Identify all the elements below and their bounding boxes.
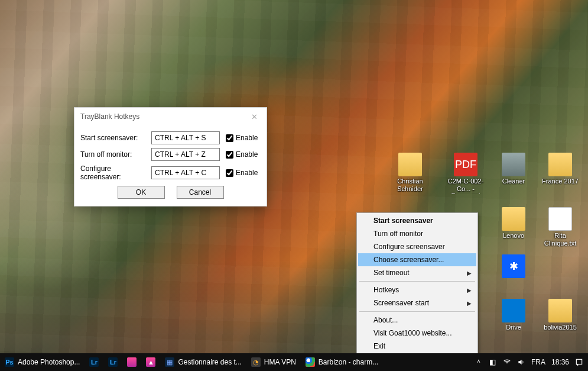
row-label-start: Start screensaver:: [80, 134, 149, 142]
desktop-icon[interactable]: bolivia2015: [538, 299, 583, 331]
desktop-icon-label: C2M-C-002-Co... - Raccourci: [443, 178, 488, 194]
taskbar[interactable]: PsAdobe Photoshop...LrLr▲▦Gestionnaire d…: [0, 353, 588, 371]
desktop-icon-label: Cleaner: [502, 178, 525, 185]
hotkey-monitor-input[interactable]: [151, 148, 220, 161]
desktop-icon-label: bolivia2015: [544, 324, 577, 331]
menu-item[interactable]: Choose screensaver...: [358, 253, 476, 266]
notifications-icon[interactable]: [575, 358, 583, 366]
system-tray[interactable]: ＾◧FRA18:36: [470, 358, 588, 366]
menu-item-label: Visit Goat1000 website...: [373, 329, 452, 337]
chevron-up-icon[interactable]: ＾: [475, 358, 483, 366]
app-icon: Ps: [5, 357, 14, 367]
tray-context-menu: Start screensaverTurn off monitorConfigu…: [356, 212, 478, 354]
menu-item[interactable]: Screensaver start▶: [358, 296, 476, 309]
cancel-button[interactable]: Cancel: [177, 186, 224, 199]
app-icon: ◔: [251, 357, 261, 367]
file-icon: [502, 153, 525, 176]
desktop-icon[interactable]: Christian Schnider: [388, 153, 433, 192]
desktop-icon-label: Christian Schnider: [388, 178, 433, 192]
taskbar-item-label: Adobe Photoshop...: [18, 358, 80, 366]
file-icon: [548, 153, 572, 176]
desktop-icon-label: Rita Clinique.txt: [538, 232, 583, 247]
menu-item[interactable]: Exit: [358, 340, 476, 353]
enable-monitor[interactable]: Enable: [226, 150, 258, 159]
desktop-icon[interactable]: Drive: [491, 299, 536, 331]
file-icon: [548, 299, 572, 322]
menu-separator: [359, 311, 475, 312]
desktop-icon[interactable]: ≡Rita Clinique.txt: [538, 207, 583, 247]
menu-item-label: Turn off monitor: [373, 230, 423, 238]
desktop-icon[interactable]: ✱: [491, 254, 536, 278]
enable-monitor-checkbox[interactable]: [226, 151, 233, 159]
menu-item[interactable]: Visit Goat1000 website...: [358, 327, 476, 340]
taskbar-item[interactable]: ◔HMA VPN: [246, 353, 301, 371]
row-label-monitor: Turn off monitor:: [80, 150, 149, 159]
taskbar-item-label: Barbizon - charm...: [319, 358, 378, 366]
app-icon: [306, 357, 315, 367]
file-icon: [502, 299, 525, 322]
menu-item[interactable]: Start screensaver: [358, 214, 476, 227]
menu-item-label: Exit: [373, 342, 385, 350]
svg-rect-0: [576, 359, 581, 364]
app-icon: [127, 357, 137, 367]
menu-item-label: About...: [373, 316, 398, 324]
taskbar-item[interactable]: Lr: [85, 353, 103, 371]
app-icon: ▲: [146, 357, 155, 367]
language-indicator[interactable]: FRA: [531, 358, 545, 366]
desktop-icon[interactable]: France 2017: [538, 153, 583, 185]
menu-item[interactable]: Hotkeys▶: [358, 283, 476, 296]
hotkey-start-input[interactable]: [151, 131, 220, 144]
app-icon: Lr: [89, 357, 99, 367]
dialog-title: TrayBlank Hotkeys: [80, 112, 139, 121]
taskbar-item[interactable]: Barbizon - charm...: [301, 353, 383, 371]
enable-configure-checkbox[interactable]: [226, 169, 233, 177]
enable-configure[interactable]: Enable: [226, 169, 258, 177]
menu-item[interactable]: Turn off monitor: [358, 227, 476, 240]
desktop-icon-label: Drive: [506, 324, 521, 331]
taskbar-item[interactable]: [122, 353, 141, 371]
ok-button[interactable]: OK: [118, 186, 165, 199]
enable-start-checkbox[interactable]: [226, 134, 233, 142]
wifi-icon[interactable]: [503, 358, 511, 366]
taskbar-item[interactable]: PsAdobe Photoshop...: [0, 353, 85, 371]
menu-item[interactable]: Set timeout▶: [358, 266, 476, 279]
menu-item-label: Set timeout: [373, 269, 410, 277]
taskbar-item[interactable]: Lr: [103, 353, 122, 371]
close-button[interactable]: ✕: [245, 110, 263, 123]
menu-item-label: Choose screensaver...: [373, 256, 444, 264]
file-icon: [502, 207, 525, 231]
taskbar-item[interactable]: ▦Gestionnaire des t...: [160, 353, 246, 371]
chevron-right-icon: ▶: [467, 287, 472, 293]
enable-start[interactable]: Enable: [226, 134, 258, 142]
dialog-titlebar[interactable]: TrayBlank Hotkeys ✕: [74, 108, 267, 125]
tray-app-icon[interactable]: ◧: [489, 358, 497, 366]
file-icon: ≡: [548, 207, 572, 231]
desktop-icon[interactable]: Lenovo: [491, 207, 536, 240]
chevron-right-icon: ▶: [467, 300, 472, 307]
desktop-icon[interactable]: Cleaner: [491, 153, 536, 185]
menu-item-label: Configure screensaver: [373, 243, 445, 251]
app-icon: ▦: [165, 357, 174, 367]
chevron-right-icon: ▶: [467, 270, 472, 276]
taskbar-item-label: HMA VPN: [264, 358, 296, 366]
taskbar-item[interactable]: ▲: [141, 353, 160, 371]
taskbar-item-label: Gestionnaire des t...: [178, 358, 241, 366]
hotkey-configure-input[interactable]: [151, 166, 220, 179]
menu-item-label: Screensaver start: [373, 299, 429, 307]
menu-item-label: Hotkeys: [373, 286, 399, 294]
file-icon: ✱: [502, 254, 525, 278]
app-icon: Lr: [108, 357, 118, 367]
hotkeys-dialog: TrayBlank Hotkeys ✕ Start screensaver: E…: [74, 107, 267, 207]
desktop-icon[interactable]: PDFC2M-C-002-Co... - Raccourci: [443, 153, 488, 194]
row-label-configure: Configure screensaver:: [80, 164, 149, 181]
volume-icon[interactable]: [517, 358, 525, 366]
menu-item[interactable]: Configure screensaver: [358, 240, 476, 253]
clock[interactable]: 18:36: [551, 358, 569, 366]
menu-item-label: Start screensaver: [373, 217, 433, 225]
file-icon: [398, 153, 422, 176]
file-icon: PDF: [454, 153, 477, 176]
menu-item[interactable]: About...: [358, 314, 476, 327]
desktop-icon-label: France 2017: [542, 178, 579, 185]
desktop-icon-label: Lenovo: [503, 232, 524, 240]
menu-separator: [359, 281, 475, 282]
